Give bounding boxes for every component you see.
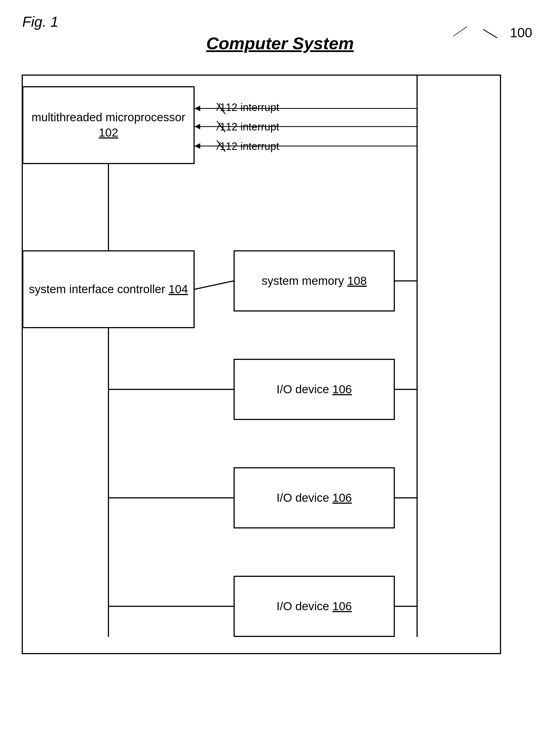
- interrupt-label-1: /112 interrupt: [217, 102, 279, 113]
- mem-box: system memory 108: [234, 250, 395, 312]
- diagram-page: Fig. 1 Computer System 100: [0, 0, 560, 749]
- io3-label: I/O device 106: [277, 599, 352, 614]
- figure-label: Fig. 1: [22, 13, 58, 30]
- io3-box: I/O device 106: [234, 576, 395, 637]
- svg-marker-20: [195, 143, 200, 149]
- io1-box: I/O device 106: [234, 359, 395, 420]
- io2-label: I/O device 106: [277, 490, 352, 506]
- svg-marker-17: [195, 124, 200, 129]
- cpu-label: multithreaded microprocessor 102: [23, 110, 194, 140]
- sic-box: system interface controller 104: [22, 250, 195, 328]
- ref-100-label: 100: [453, 25, 532, 41]
- io1-label: I/O device 106: [277, 382, 352, 397]
- svg-marker-14: [195, 106, 200, 111]
- interrupt-label-3: /112 interrupt: [217, 141, 279, 152]
- sic-label: system interface controller 104: [29, 282, 188, 297]
- interrupt-label-2: /112 interrupt: [217, 121, 279, 133]
- svg-line-3: [195, 281, 234, 289]
- io2-box: I/O device 106: [234, 467, 395, 529]
- mem-label: system memory 108: [262, 273, 367, 289]
- cpu-box: multithreaded microprocessor 102: [22, 86, 195, 164]
- svg-line-0: [483, 29, 497, 38]
